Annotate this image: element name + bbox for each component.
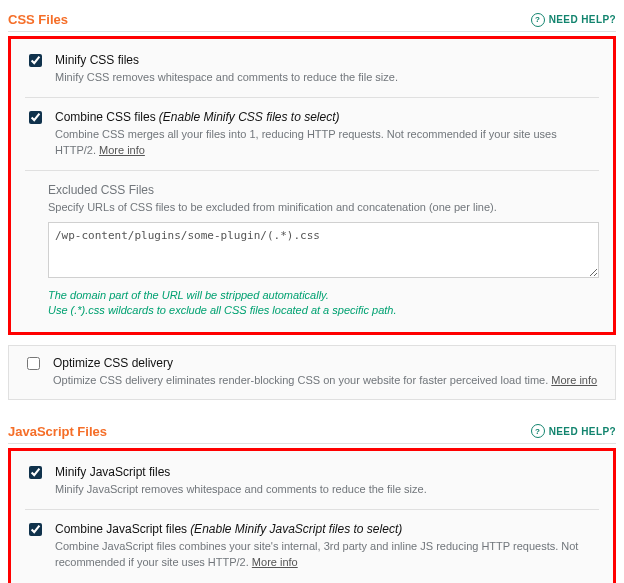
excluded-css-textarea[interactable] bbox=[48, 222, 599, 278]
combine-css-heading: Combine CSS files (Enable Minify CSS fil… bbox=[55, 110, 599, 124]
optimize-css-checkbox[interactable] bbox=[27, 357, 40, 370]
help-icon: ? bbox=[531, 424, 545, 438]
minify-js-checkbox[interactable] bbox=[29, 466, 42, 479]
combine-js-label: Combine JavaScript files bbox=[55, 522, 187, 536]
minify-js-desc: Minify JavaScript removes whitespace and… bbox=[55, 482, 427, 497]
need-help-link[interactable]: ? NEED HELP? bbox=[531, 13, 616, 27]
minify-css-checkbox[interactable] bbox=[29, 54, 42, 67]
excluded-css-block: Excluded CSS Files Specify URLs of CSS f… bbox=[48, 183, 599, 318]
minify-css-label: Minify CSS files bbox=[55, 53, 398, 67]
js-section-header: JavaScript Files ? NEED HELP? bbox=[8, 420, 616, 444]
combine-js-checkbox[interactable] bbox=[29, 523, 42, 536]
combine-js-desc: Combine JavaScript files combines your s… bbox=[55, 539, 599, 570]
js-section-title: JavaScript Files bbox=[8, 424, 107, 439]
css-options-frame: Minify CSS files Minify CSS removes whit… bbox=[8, 36, 616, 335]
need-help-label: NEED HELP? bbox=[549, 426, 616, 437]
divider bbox=[25, 509, 599, 510]
combine-css-label: Combine CSS files bbox=[55, 110, 156, 124]
minify-css-row: Minify CSS files Minify CSS removes whit… bbox=[25, 53, 599, 85]
css-section-title: CSS Files bbox=[8, 12, 68, 27]
excluded-css-note: The domain part of the URL will be strip… bbox=[48, 288, 599, 319]
help-icon: ? bbox=[531, 13, 545, 27]
css-section-header: CSS Files ? NEED HELP? bbox=[8, 8, 616, 32]
js-options-frame: Minify JavaScript files Minify JavaScrip… bbox=[8, 448, 616, 583]
optimize-css-frame: Optimize CSS delivery Optimize CSS deliv… bbox=[8, 345, 616, 399]
combine-js-hint: (Enable Minify JavaScript files to selec… bbox=[190, 522, 402, 536]
minify-css-desc: Minify CSS removes whitespace and commen… bbox=[55, 70, 398, 85]
more-info-link[interactable]: More info bbox=[252, 556, 298, 568]
minify-js-row: Minify JavaScript files Minify JavaScrip… bbox=[25, 465, 599, 497]
divider bbox=[25, 170, 599, 171]
excluded-css-title: Excluded CSS Files bbox=[48, 183, 599, 197]
more-info-link[interactable]: More info bbox=[99, 144, 145, 156]
excluded-css-desc: Specify URLs of CSS files to be excluded… bbox=[48, 200, 599, 215]
combine-js-row: Combine JavaScript files (Enable Minify … bbox=[25, 522, 599, 570]
combine-css-row: Combine CSS files (Enable Minify CSS fil… bbox=[25, 110, 599, 158]
minify-js-label: Minify JavaScript files bbox=[55, 465, 427, 479]
need-help-link[interactable]: ? NEED HELP? bbox=[531, 424, 616, 438]
optimize-css-desc: Optimize CSS delivery eliminates render-… bbox=[53, 373, 597, 388]
combine-css-hint: (Enable Minify CSS files to select) bbox=[159, 110, 340, 124]
divider bbox=[25, 97, 599, 98]
combine-js-heading: Combine JavaScript files (Enable Minify … bbox=[55, 522, 599, 536]
combine-css-desc: Combine CSS merges all your files into 1… bbox=[55, 127, 599, 158]
optimize-css-row: Optimize CSS delivery Optimize CSS deliv… bbox=[23, 356, 601, 388]
optimize-css-label: Optimize CSS delivery bbox=[53, 356, 597, 370]
need-help-label: NEED HELP? bbox=[549, 14, 616, 25]
more-info-link[interactable]: More info bbox=[551, 374, 597, 386]
combine-css-checkbox[interactable] bbox=[29, 111, 42, 124]
